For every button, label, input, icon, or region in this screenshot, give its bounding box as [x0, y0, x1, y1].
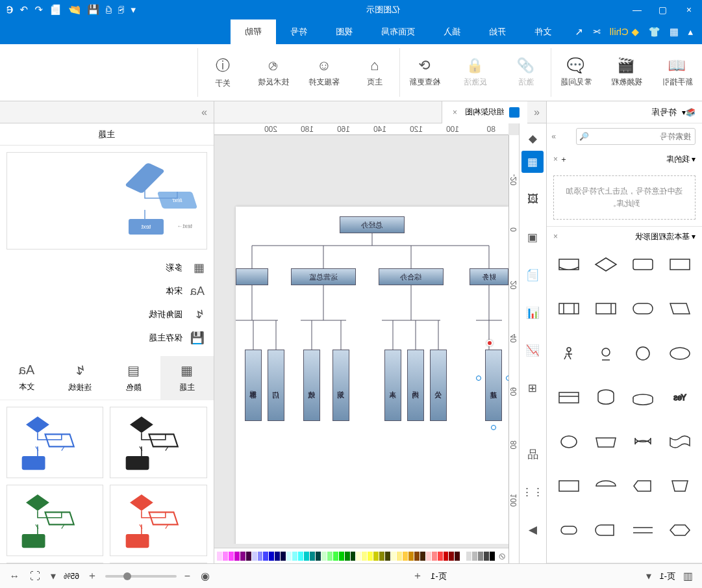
- swatch[interactable]: [269, 552, 274, 561]
- shape-19[interactable]: [553, 430, 584, 454]
- shape-4[interactable]: [665, 297, 696, 320]
- tool-grid[interactable]: ▦: [670, 26, 679, 38]
- swatch[interactable]: [281, 552, 286, 561]
- shape-10[interactable]: [590, 342, 621, 365]
- sidetool-13[interactable]: ⊞: [522, 377, 544, 399]
- lib-icon[interactable]: 📚▾: [682, 108, 696, 117]
- sidetool-21[interactable]: ▶: [522, 518, 544, 541]
- swatch[interactable]: [252, 552, 257, 561]
- shape-16[interactable]: [665, 430, 696, 454]
- swatch[interactable]: [229, 552, 234, 561]
- shape-2[interactable]: [590, 253, 621, 276]
- zoom-in[interactable]: ＋: [84, 569, 100, 583]
- swatch[interactable]: [391, 552, 396, 561]
- tool-cursor[interactable]: ↖: [575, 26, 583, 38]
- color-palette[interactable]: ⊘: [214, 548, 508, 563]
- swatch[interactable]: [414, 552, 420, 561]
- sidetool-19[interactable]: ⋮⋮: [522, 481, 544, 503]
- shape-5[interactable]: [628, 297, 658, 320]
- menu-tab-0[interactable]: 文件: [520, 19, 566, 44]
- mylib-header[interactable]: ▾ 我的库 ＋ ×: [547, 149, 702, 169]
- swatch[interactable]: [466, 552, 471, 561]
- shape-18[interactable]: [590, 430, 621, 454]
- swatch[interactable]: [223, 552, 228, 561]
- org-l3-4[interactable]: 策划: [332, 350, 349, 421]
- cat-1[interactable]: ▤颜色: [107, 356, 160, 400]
- sidetool-9[interactable]: 📊: [522, 301, 544, 324]
- swatch[interactable]: [484, 552, 489, 561]
- swatch[interactable]: [310, 552, 315, 561]
- menu-tab-4[interactable]: 视图: [321, 19, 367, 44]
- swatch[interactable]: [292, 552, 297, 561]
- swatch[interactable]: [426, 552, 431, 561]
- mylib-add[interactable]: ＋: [560, 155, 568, 164]
- org-l3-0[interactable]: 基建: [485, 350, 502, 421]
- doc-close[interactable]: ×: [450, 108, 460, 117]
- ribbon-btn-2-0[interactable]: ⌂主页: [355, 57, 394, 88]
- org-l2-1[interactable]: 综合办: [379, 268, 444, 285]
- shape-24[interactable]: [665, 518, 696, 542]
- swatch[interactable]: [478, 552, 483, 561]
- shape-0[interactable]: [665, 253, 696, 276]
- shape-1[interactable]: [628, 253, 658, 276]
- swatch[interactable]: [345, 552, 350, 561]
- window-max[interactable]: ▢: [650, 0, 676, 19]
- canvas[interactable]: 总经办 财务: [214, 135, 508, 544]
- shape-6[interactable]: [590, 297, 621, 320]
- swatch[interactable]: [420, 552, 425, 561]
- swatch[interactable]: [339, 552, 344, 561]
- swatch[interactable]: [217, 552, 222, 561]
- ribbon-btn-2-1[interactable]: ☺客服支持: [305, 57, 344, 88]
- swatch[interactable]: [264, 552, 269, 561]
- prop-0[interactable]: ▦多彩: [9, 256, 205, 279]
- ribbon-btn-1-2[interactable]: ⟳检查更新: [405, 57, 444, 88]
- swatch[interactable]: [304, 552, 309, 561]
- qat-undo[interactable]: ↶: [34, 4, 43, 16]
- sel-handle-r[interactable]: [476, 376, 481, 381]
- shape-13[interactable]: [628, 386, 658, 409]
- qat-redo[interactable]: ↷: [19, 4, 28, 16]
- sel-rotate[interactable]: [486, 340, 493, 346]
- qat-print[interactable]: ⎙: [106, 4, 112, 16]
- qat-logo[interactable]: Ⲉ: [6, 4, 13, 16]
- swatch[interactable]: [432, 552, 437, 561]
- shape-21[interactable]: [628, 474, 658, 498]
- search-expand[interactable]: »: [551, 132, 556, 141]
- swatch[interactable]: [357, 552, 362, 561]
- shape-9[interactable]: [628, 342, 658, 365]
- swatch[interactable]: [275, 552, 280, 561]
- tool-scissors[interactable]: ✂: [592, 26, 601, 38]
- shape-25[interactable]: [628, 518, 658, 542]
- swatch[interactable]: [449, 552, 455, 561]
- org-l3-7[interactable]: 客服部: [245, 350, 262, 421]
- prop-1[interactable]: Aa宋体: [9, 279, 205, 303]
- template-0[interactable]: [110, 407, 208, 478]
- view-layout[interactable]: ▥: [681, 570, 696, 582]
- swatch[interactable]: [316, 552, 321, 561]
- ribbon-btn-2-2[interactable]: ⎋技术反馈: [254, 57, 293, 88]
- prop-2[interactable]: ↯圆角折线: [9, 303, 205, 326]
- page-indicator-2[interactable]: 页-1: [431, 570, 447, 582]
- menu-tab-3[interactable]: 页面布局: [367, 19, 429, 44]
- swatch[interactable]: [368, 552, 373, 561]
- page-add[interactable]: ＋: [410, 569, 425, 583]
- shapes-header[interactable]: ▾ 基本流程图形状 ×: [547, 227, 702, 246]
- swatch[interactable]: [298, 552, 303, 561]
- swatch[interactable]: [258, 552, 263, 561]
- sidetool-3[interactable]: 🖼: [522, 188, 544, 211]
- menu-tab-6[interactable]: 帮助: [231, 19, 276, 44]
- org-l2-3[interactable]: [236, 268, 268, 285]
- shape-7[interactable]: [553, 297, 584, 320]
- page-indicator-1[interactable]: 页-1: [659, 570, 675, 582]
- swatch[interactable]: [246, 552, 251, 561]
- sidetool-17[interactable]: 品: [522, 443, 544, 465]
- sidetool-0[interactable]: ◆: [522, 127, 544, 149]
- shape-8[interactable]: [665, 342, 696, 365]
- swatch[interactable]: [408, 552, 414, 561]
- template-1[interactable]: [6, 407, 104, 478]
- shape-12[interactable]: Yes: [665, 386, 696, 409]
- swatch[interactable]: [321, 552, 327, 561]
- zoom-value[interactable]: 65%: [64, 572, 79, 581]
- swatch[interactable]: [455, 552, 460, 561]
- search-input[interactable]: [576, 128, 696, 145]
